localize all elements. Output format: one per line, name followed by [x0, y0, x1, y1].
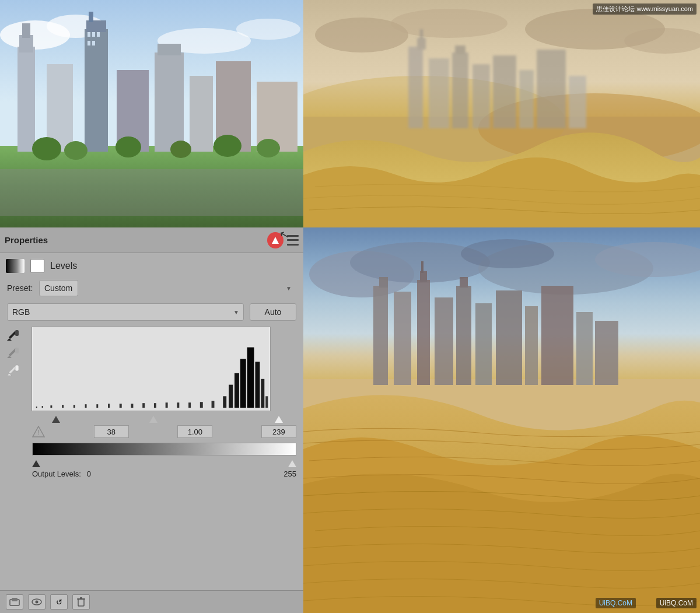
svg-rect-54 — [166, 402, 168, 408]
svg-point-27 — [116, 136, 141, 157]
auto-button[interactable]: Auto — [250, 303, 296, 321]
panel-menu-button[interactable] — [287, 235, 299, 246]
black-point-input[interactable]: 38 — [94, 425, 129, 438]
desert-before-svg — [303, 0, 700, 227]
gray-eyedropper-btn[interactable] — [7, 346, 23, 359]
delete-button[interactable] — [72, 594, 90, 610]
output-bar-section — [32, 443, 296, 467]
output-white-slider[interactable] — [288, 460, 296, 467]
svg-rect-49 — [108, 404, 110, 408]
histogram-svg — [32, 327, 270, 411]
svg-rect-16 — [97, 32, 100, 37]
svg-rect-83 — [408, 47, 423, 128]
svg-rect-66 — [265, 396, 268, 408]
svg-rect-50 — [120, 404, 122, 408]
svg-rect-51 — [131, 404, 133, 408]
output-levels-row: Output Levels: 0 255 — [0, 467, 303, 481]
svg-rect-22 — [190, 76, 213, 152]
svg-point-29 — [214, 135, 242, 157]
svg-rect-53 — [154, 403, 156, 408]
watermark-bottom-right: UiBQ.CoM — [656, 598, 696, 608]
svg-rect-20 — [155, 52, 184, 152]
levels-row: Levels — [0, 253, 303, 276]
svg-rect-114 — [595, 321, 618, 385]
input-values-row: ! 38 1.00 239 — [32, 425, 296, 438]
svg-rect-92 — [537, 50, 566, 128]
svg-rect-64 — [256, 362, 260, 408]
svg-rect-86 — [429, 58, 449, 128]
svg-rect-7 — [18, 47, 35, 152]
mask-icon — [30, 259, 44, 273]
left-panel: Properties ↖ — [0, 0, 303, 613]
black-input-slider[interactable] — [52, 416, 60, 423]
desert-city-after-image: UiBQ.CoM UiBQ.CoM — [303, 227, 700, 613]
visibility-button[interactable] — [28, 594, 46, 610]
bottom-toolbar: ↺ — [0, 590, 303, 613]
svg-rect-102 — [394, 292, 411, 385]
watermark-bottom-center: UiBQ.CoM — [596, 598, 636, 608]
svg-rect-85 — [420, 29, 423, 40]
preset-select-wrapper: Custom ▼ — [39, 280, 296, 296]
clip-mask-icon — [9, 597, 20, 607]
svg-rect-56 — [188, 402, 191, 408]
white-eyedropper-btn[interactable] — [7, 364, 23, 377]
svg-rect-91 — [519, 70, 534, 128]
mid-input-slider[interactable] — [149, 416, 158, 423]
svg-rect-100 — [373, 286, 388, 385]
svg-rect-61 — [235, 373, 239, 408]
svg-rect-89 — [473, 64, 490, 128]
svg-rect-43 — [42, 406, 43, 408]
svg-rect-105 — [421, 261, 424, 273]
output-black-slider[interactable] — [32, 460, 40, 467]
preset-dropdown[interactable]: Custom — [39, 280, 78, 296]
svg-marker-40 — [7, 373, 12, 376]
eyedropper-column — [7, 327, 28, 377]
white-point-input[interactable]: 239 — [261, 425, 296, 438]
svg-point-28 — [170, 141, 191, 158]
svg-rect-111 — [525, 306, 538, 385]
svg-rect-110 — [496, 290, 522, 385]
svg-rect-88 — [455, 45, 466, 54]
svg-rect-109 — [475, 303, 492, 385]
svg-rect-63 — [247, 348, 254, 408]
svg-rect-6 — [0, 169, 303, 216]
clip-mask-button[interactable] — [6, 594, 23, 610]
right-panel: 思佳设计论坛 www.missyuan.com — [303, 0, 700, 613]
svg-rect-65 — [261, 379, 264, 408]
svg-rect-58 — [212, 401, 215, 408]
svg-rect-73 — [78, 599, 84, 606]
svg-point-99 — [461, 239, 554, 268]
histogram-container — [32, 327, 296, 423]
properties-title: Properties — [5, 235, 48, 245]
black-eyedropper-btn[interactable] — [7, 329, 23, 342]
svg-point-72 — [36, 601, 38, 604]
output-gradient-bar — [32, 443, 296, 456]
svg-rect-44 — [50, 405, 52, 408]
svg-rect-112 — [541, 286, 573, 385]
desert-city-before-image: 思佳设计论坛 www.missyuan.com — [303, 0, 700, 227]
clip-to-layer-button[interactable]: ↖ — [267, 232, 284, 248]
city-original-image — [0, 0, 303, 227]
preset-row: Preset: Custom ▼ — [0, 276, 303, 300]
clip-icon — [271, 236, 280, 245]
svg-point-4 — [236, 19, 300, 40]
mid-point-input[interactable]: 1.00 — [177, 425, 212, 438]
eye-icon — [32, 598, 42, 606]
channel-dropdown[interactable]: RGB Red Green Blue — [7, 303, 244, 321]
menu-line-1 — [287, 235, 299, 237]
preset-label: Preset: — [7, 283, 33, 293]
svg-rect-62 — [240, 359, 246, 408]
svg-rect-11 — [85, 29, 108, 152]
svg-point-30 — [257, 139, 280, 157]
svg-rect-36 — [15, 348, 19, 353]
warning-icon: ! — [32, 426, 45, 437]
reset-button[interactable]: ↺ — [50, 594, 68, 610]
histogram-display — [32, 327, 271, 411]
input-sliders-row — [32, 412, 296, 423]
svg-rect-87 — [452, 52, 468, 128]
svg-point-25 — [32, 137, 61, 160]
svg-rect-15 — [92, 32, 95, 37]
white-input-slider[interactable] — [275, 416, 283, 423]
svg-rect-39 — [15, 365, 19, 371]
svg-rect-42 — [36, 407, 37, 408]
